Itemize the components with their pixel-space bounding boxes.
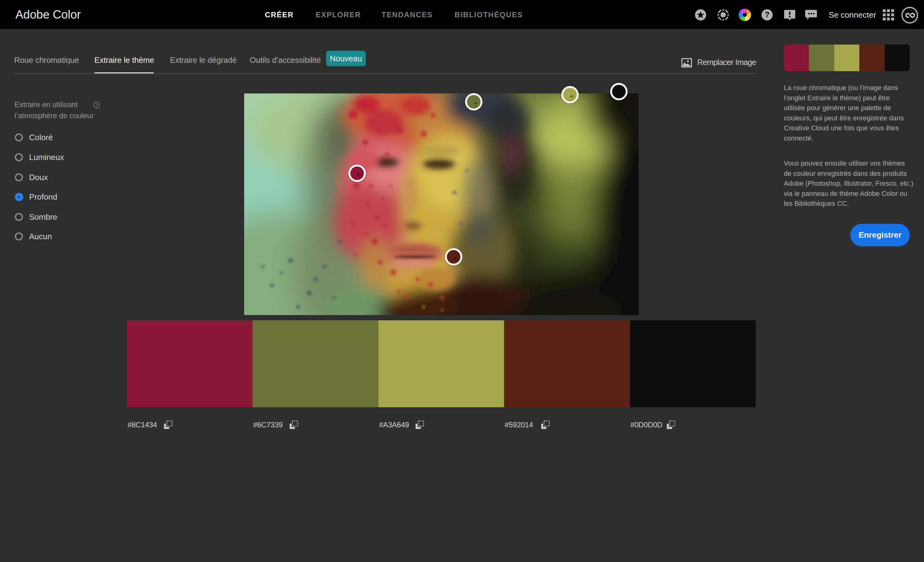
svg-text:?: ? [765,10,769,19]
svg-text:?: ? [95,103,98,107]
